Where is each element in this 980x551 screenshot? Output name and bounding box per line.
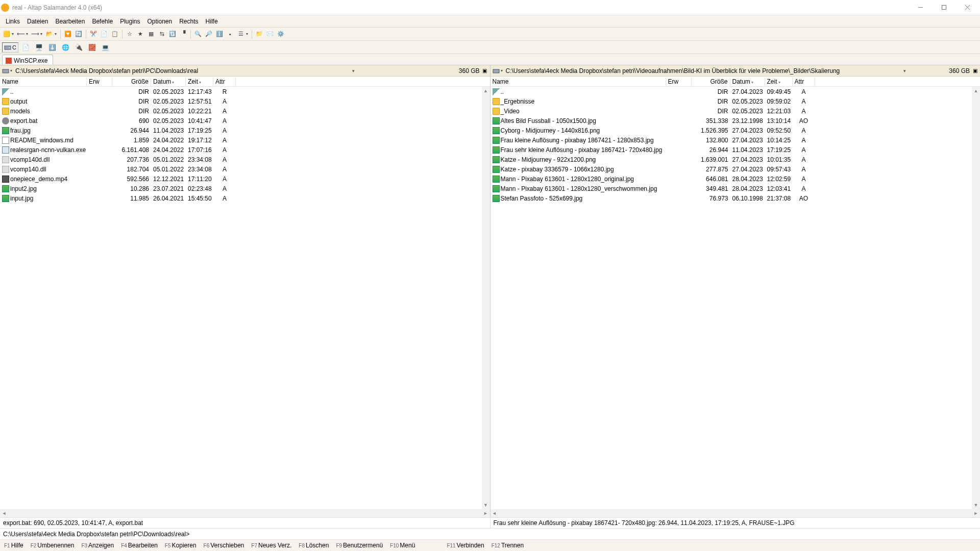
maximize-button[interactable]	[932, 0, 955, 15]
menu-bearbeiten[interactable]: Bearbeiten	[52, 16, 88, 27]
panel-expand-icon[interactable]: ▣	[972, 68, 978, 73]
file-row[interactable]: Mann - Pixabay 613601 - 1280x1280_origin…	[491, 174, 981, 184]
scrollbar-v[interactable]: ▲ ▼	[482, 87, 490, 509]
file-row[interactable]: vcomp140d.dll207.73605.01.202223:34:08A	[0, 155, 490, 164]
file-row[interactable]: vcomp140.dll182.70405.01.202223:34:08A	[0, 164, 490, 174]
drive-desktop-icon[interactable]: 🖥️	[33, 42, 45, 53]
file-row[interactable]: Stefan Passfoto - 525x699.jpg76.97306.10…	[491, 193, 981, 203]
ftp-icon[interactable]: 🔌	[73, 42, 85, 53]
fkey-f8[interactable]: F8Löschen	[297, 542, 334, 549]
chevron-down-icon[interactable]: ▾	[26, 32, 28, 36]
chevron-down-icon[interactable]: ▾	[55, 32, 57, 36]
chevron-down-icon[interactable]: ▾	[350, 68, 457, 73]
properties-icon[interactable]: ℹ️	[215, 30, 224, 39]
file-row[interactable]: Mann - Pixabay 613601 - 1280x1280_versch…	[491, 184, 981, 193]
cut-icon[interactable]: ✂️	[89, 30, 98, 39]
compare-icon[interactable]: ▦	[146, 30, 156, 39]
fkey-f12[interactable]: F12Trennen	[489, 542, 529, 549]
paste-icon[interactable]: 📋	[110, 30, 119, 39]
drive-c[interactable]: C	[2, 42, 18, 53]
sync-icon[interactable]: 🔃	[168, 30, 177, 39]
file-row[interactable]: Katze - pixabay 3336579 - 1066x1280.jpg2…	[491, 164, 981, 174]
right-pathbar[interactable]: ▾ C:\Users\stefa\4eck Media Dropbox\stef…	[491, 65, 981, 77]
file-row[interactable]: frau.jpg26.94411.04.202317:19:25A	[0, 126, 490, 135]
scrollbar-v[interactable]: ▲ ▼	[972, 87, 980, 509]
file-row[interactable]: Altes Bild Fussball - 1050x1500.jpg351.3…	[491, 116, 981, 126]
dos-icon[interactable]: ▪	[226, 30, 235, 39]
left-pathbar[interactable]: ▾ C:\Users\stefa\4eck Media Dropbox\stef…	[0, 65, 490, 77]
device-icon[interactable]: 💻	[100, 42, 111, 53]
chevron-down-icon[interactable]: ▾	[246, 32, 248, 36]
close-button[interactable]	[955, 0, 979, 15]
fkey-f3[interactable]: F3Anzeigen	[79, 542, 119, 549]
col-date[interactable]: Datum▾	[151, 77, 186, 86]
col-attr[interactable]: Attr	[793, 77, 815, 86]
file-row[interactable]: README_windows.md1.85924.04.202219:17:12…	[0, 135, 490, 145]
chevron-down-icon[interactable]: ▾	[10, 68, 12, 73]
fkey-f9[interactable]: F9Benutzermenü	[334, 542, 388, 549]
scroll-down-icon[interactable]: ▼	[972, 501, 980, 509]
file-row[interactable]: export.bat69002.05.202310:41:47A	[0, 116, 490, 126]
right-path[interactable]: C:\Users\stefa\4eck Media Dropbox\stefan…	[506, 67, 900, 74]
menu-befehle[interactable]: Befehle	[88, 16, 116, 27]
scroll-up-icon[interactable]: ▲	[972, 87, 980, 95]
drive-downloads-icon[interactable]: ⬇️	[46, 42, 58, 53]
col-name[interactable]: Name	[0, 77, 87, 86]
col-ext[interactable]: Erw	[666, 77, 692, 86]
file-row[interactable]: ..DIR02.05.202312:17:43R	[0, 87, 490, 96]
left-file-list[interactable]: ..DIR02.05.202312:17:43RoutputDIR02.05.2…	[0, 87, 490, 509]
col-size[interactable]: Größe	[692, 77, 730, 86]
scrollbar-h[interactable]: ◄ ►	[0, 509, 490, 517]
menu-plugins[interactable]: Plugins	[116, 16, 143, 27]
fkey-f11[interactable]: F11Verbinden	[445, 542, 489, 549]
menu-dateien[interactable]: Dateien	[23, 16, 52, 27]
swap-panels-icon[interactable]: ⇆	[157, 30, 166, 39]
unselect-icon[interactable]: ★	[136, 30, 145, 39]
filter-icon[interactable]: 🔽	[63, 30, 72, 39]
refresh-icon[interactable]: 🔄	[74, 30, 83, 39]
menu-hilfe[interactable]: Hilfe	[202, 16, 222, 27]
col-date[interactable]: Datum▾	[730, 77, 765, 86]
chevron-down-icon[interactable]: ▾	[12, 32, 14, 36]
file-row[interactable]: modelsDIR02.05.202310:22:21A	[0, 106, 490, 116]
col-time[interactable]: Zeit▾	[765, 77, 793, 86]
menu-rechts[interactable]: Rechts	[176, 16, 202, 27]
panel-expand-icon[interactable]: ▣	[482, 68, 488, 73]
file-row[interactable]: Katze - Midjourney - 922x1200.png1.639.0…	[491, 155, 981, 164]
fkey-f1[interactable]: F1Hilfe	[2, 542, 29, 549]
fkey-f2[interactable]: F2Umbenennen	[29, 542, 80, 549]
command-line[interactable]: C:\Users\stefa\4eck Media Dropbox\stefan…	[0, 529, 980, 540]
network-icon[interactable]: 🌐	[60, 42, 71, 53]
fkey-f10[interactable]: F10Menü	[388, 542, 420, 549]
scroll-up-icon[interactable]: ▲	[482, 87, 490, 95]
file-row[interactable]: onepiece_demo.mp4592.56612.12.202117:11:…	[0, 174, 490, 184]
scrollbar-h[interactable]: ◄ ►	[491, 509, 981, 517]
settings-icon[interactable]: ⚙️	[276, 30, 285, 39]
col-time[interactable]: Zeit▾	[186, 77, 213, 86]
zoom-icon[interactable]: 🔎	[204, 30, 213, 39]
menu-links[interactable]: Links	[2, 16, 23, 27]
chevron-down-icon[interactable]: ▾	[501, 68, 503, 73]
select-icon[interactable]: ☆	[125, 30, 134, 39]
col-ext[interactable]: Erw	[87, 77, 112, 86]
drive-docs-icon[interactable]: 📄	[20, 42, 32, 53]
registry-icon[interactable]: 🧱	[86, 42, 98, 53]
left-header[interactable]: Name Erw Größe Datum▾ Zeit▾ Attr	[0, 77, 490, 87]
menu-optionen[interactable]: Optionen	[144, 16, 176, 27]
copy-icon[interactable]: 📄	[100, 30, 109, 39]
file-row[interactable]: ..DIR27.04.202309:49:45A	[491, 87, 981, 96]
file-row[interactable]: Frau kleine Auflösung - pixabay 1867421 …	[491, 135, 981, 145]
file-row[interactable]: input.jpg11.98526.04.202115:45:50A	[0, 193, 490, 203]
file-row[interactable]: _ErgebnisseDIR02.05.202309:59:02A	[491, 96, 981, 106]
plugin-tab-winscp[interactable]: WinSCP.exe	[2, 55, 53, 65]
file-row[interactable]: Frau sehr kleine Auflösung - pixabay 186…	[491, 145, 981, 155]
right-header[interactable]: Name Erw Größe Datum▾ Zeit▾ Attr	[491, 77, 981, 87]
minimize-button[interactable]	[909, 0, 932, 15]
hotpaths-icon[interactable]: 🟨	[2, 30, 11, 39]
scroll-right-icon[interactable]: ►	[482, 509, 490, 517]
find-icon[interactable]: 🔍	[193, 30, 203, 39]
left-path[interactable]: C:\Users\stefa\4eck Media Dropbox\stefan…	[15, 67, 348, 74]
fkey-f4[interactable]: F4Bearbeiten	[119, 542, 163, 549]
file-row[interactable]: Cyborg - Midjourney - 1440x816.png1.526.…	[491, 126, 981, 135]
file-row[interactable]: realesrgan-ncnn-vulkan.exe6.161.40824.04…	[0, 145, 490, 155]
